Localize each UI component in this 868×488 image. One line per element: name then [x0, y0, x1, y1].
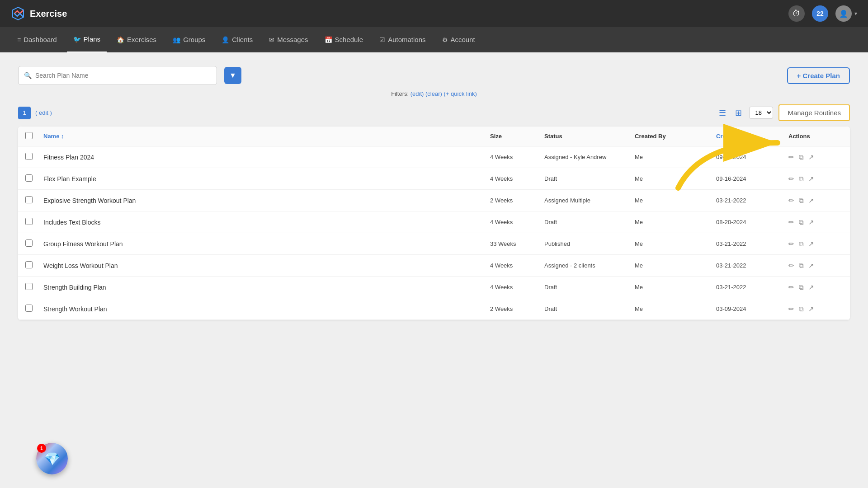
row-checkbox-cell — [25, 218, 43, 226]
row-status: Draft — [544, 219, 635, 225]
row-size: 4 Weeks — [490, 219, 544, 225]
nav-item-plans[interactable]: 🐦 Plans — [67, 27, 107, 52]
filter-button[interactable]: ▼ — [224, 67, 241, 84]
edit-icon[interactable]: ✏ — [788, 240, 794, 248]
row-checkbox-cell — [25, 196, 43, 205]
filters-edit-link[interactable]: (edit) — [410, 90, 424, 97]
row-name: Group Fitness Workout Plan — [43, 240, 490, 248]
messages-icon: ✉ — [269, 36, 274, 43]
nav-item-clients[interactable]: 👤 Clients — [215, 27, 259, 52]
copy-icon[interactable]: ⧉ — [799, 153, 804, 161]
nav-item-automations[interactable]: ☑ Automations — [373, 27, 432, 52]
copy-icon[interactable]: ⧉ — [799, 218, 804, 226]
header-status: Status — [544, 133, 635, 140]
nav-item-schedule[interactable]: 📅 Schedule — [318, 27, 370, 52]
row-name: Flex Plan Example — [43, 175, 490, 183]
row-created-by: Me — [635, 197, 716, 204]
header-created[interactable]: Created ↕ — [716, 133, 788, 140]
nav-item-groups[interactable]: 👥 Groups — [166, 27, 212, 52]
timer-icon[interactable]: ⏱ — [788, 5, 805, 22]
header-checkbox-col — [25, 132, 43, 141]
row-size: 4 Weeks — [490, 175, 544, 182]
edit-icon[interactable]: ✏ — [788, 153, 794, 161]
filters-quick-link[interactable]: (+ quick link) — [444, 90, 477, 97]
row-created-by: Me — [635, 219, 716, 225]
edit-icon[interactable]: ✏ — [788, 305, 794, 313]
row-status: Draft — [544, 305, 635, 312]
external-link-icon[interactable]: ↗ — [808, 262, 814, 270]
filters-label: Filters: — [391, 90, 409, 97]
external-link-icon[interactable]: ↗ — [808, 305, 814, 313]
nav-label-account: Account — [451, 36, 475, 43]
chevron-down-icon: ▾ — [854, 10, 857, 17]
row-checkbox[interactable] — [25, 153, 33, 160]
header-actions: Actions — [788, 133, 843, 140]
header-name[interactable]: Name ↕ — [43, 133, 490, 140]
search-icon: 🔍 — [24, 72, 32, 79]
external-link-icon[interactable]: ↗ — [808, 175, 814, 183]
external-link-icon[interactable]: ↗ — [808, 240, 814, 248]
row-status: Draft — [544, 175, 635, 182]
notification-bubble[interactable]: 💎 1 — [36, 443, 68, 474]
search-input[interactable] — [35, 72, 211, 79]
copy-icon[interactable]: ⧉ — [799, 283, 804, 291]
nav-item-dashboard[interactable]: ≡ Dashboard — [11, 27, 63, 52]
logo: Exercise — [11, 6, 67, 21]
table-row: Strength Workout Plan 2 Weeks Draft Me 0… — [18, 298, 850, 320]
external-link-icon[interactable]: ↗ — [808, 197, 814, 205]
copy-icon[interactable]: ⧉ — [799, 305, 804, 313]
edit-icon[interactable]: ✏ — [788, 262, 794, 270]
create-plan-button[interactable]: + Create Plan — [787, 67, 850, 84]
row-actions: ✏ ⧉ ↗ — [788, 197, 843, 205]
nav-label-automations: Automations — [388, 36, 425, 43]
row-checkbox[interactable] — [25, 305, 33, 312]
external-link-icon[interactable]: ↗ — [808, 153, 814, 161]
table-row: Group Fitness Workout Plan 33 Weeks Publ… — [18, 233, 850, 255]
select-all-checkbox[interactable] — [25, 132, 33, 139]
row-checkbox[interactable] — [25, 283, 33, 290]
notification-icon[interactable]: 22 — [812, 5, 828, 22]
controls-row: 1 ( edit ) ☰ ⊞ 18 Manage Routines — [18, 104, 850, 121]
nav-item-account[interactable]: ⚙ Account — [436, 27, 481, 52]
edit-icon[interactable]: ✏ — [788, 197, 794, 205]
row-checkbox[interactable] — [25, 196, 33, 203]
nav-item-exercises[interactable]: 🏠 Exercises — [110, 27, 163, 52]
nav-bar: ≡ Dashboard 🐦 Plans 🏠 Exercises 👥 Groups… — [0, 27, 868, 52]
row-status: Assigned - 2 clients — [544, 262, 635, 269]
row-created-by: Me — [635, 284, 716, 291]
copy-icon[interactable]: ⧉ — [799, 175, 804, 183]
edit-icon[interactable]: ✏ — [788, 175, 794, 183]
row-checkbox[interactable] — [25, 218, 33, 225]
table-row: Fitness Plan 2024 4 Weeks Assigned - Kyl… — [18, 146, 850, 168]
page-number[interactable]: 1 — [18, 107, 31, 119]
top-bar: Exercise ⏱ 22 👤 ▾ — [0, 0, 868, 27]
avatar-button[interactable]: 👤 ▾ — [835, 5, 857, 22]
filters-clear-link[interactable]: (clear) — [425, 90, 442, 97]
exercises-icon: 🏠 — [117, 36, 124, 43]
per-page-select[interactable]: 18 — [749, 107, 773, 119]
manage-routines-button[interactable]: Manage Routines — [778, 104, 850, 121]
row-actions: ✏ ⧉ ↗ — [788, 153, 843, 161]
row-actions: ✏ ⧉ ↗ — [788, 175, 843, 183]
row-checkbox[interactable] — [25, 174, 33, 182]
row-size: 2 Weeks — [490, 197, 544, 204]
external-link-icon[interactable]: ↗ — [808, 283, 814, 291]
row-checkbox[interactable] — [25, 261, 33, 268]
copy-icon[interactable]: ⧉ — [799, 262, 804, 270]
list-view-button[interactable]: ☰ — [717, 106, 728, 120]
row-created: 09-16-2024 — [716, 175, 788, 182]
edit-icon[interactable]: ✏ — [788, 218, 794, 226]
filters-line: Filters: (edit) (clear) (+ quick link) — [18, 90, 850, 97]
nav-label-exercises: Exercises — [127, 36, 156, 43]
pagination-edit-link[interactable]: ( edit ) — [35, 109, 52, 116]
external-link-icon[interactable]: ↗ — [808, 218, 814, 226]
edit-icon[interactable]: ✏ — [788, 283, 794, 291]
copy-icon[interactable]: ⧉ — [799, 240, 804, 248]
copy-icon[interactable]: ⧉ — [799, 197, 804, 205]
nav-item-messages[interactable]: ✉ Messages — [263, 27, 314, 52]
grid-view-button[interactable]: ⊞ — [733, 106, 744, 120]
row-checkbox[interactable] — [25, 239, 33, 247]
row-checkbox-cell — [25, 239, 43, 248]
automations-icon: ☑ — [379, 36, 385, 43]
row-actions: ✏ ⧉ ↗ — [788, 305, 843, 313]
